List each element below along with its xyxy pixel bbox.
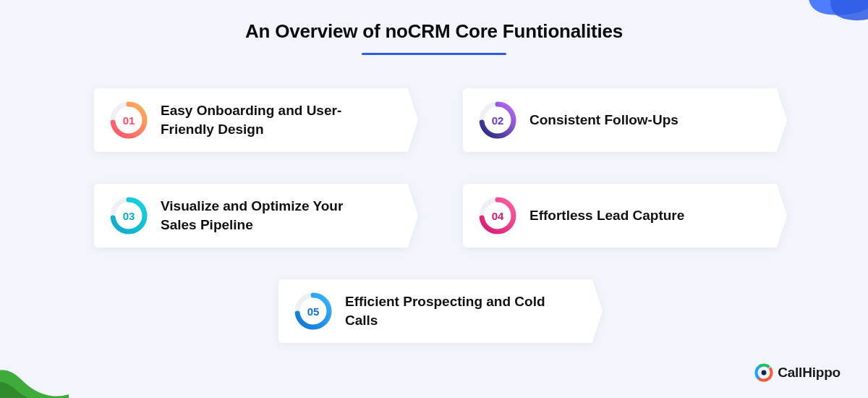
badge-03-number: 03	[109, 195, 149, 236]
brand-logo-icon	[754, 363, 773, 382]
feature-card-05: 05 Efficient Prospecting and Cold Calls	[278, 279, 590, 343]
feature-05-label: Efficient Prospecting and Cold Calls	[345, 292, 563, 329]
badge-02-icon: 02	[477, 100, 518, 140]
features-grid: 01 Easy Onboarding and User-Friendly Des…	[0, 88, 868, 343]
badge-01-number: 01	[109, 100, 149, 140]
feature-04-label: Effortless Lead Capture	[529, 206, 684, 225]
page-title: An Overview of noCRM Core Funtionalities	[0, 20, 868, 43]
decoration-bottom-left	[0, 344, 69, 398]
badge-05-icon: 05	[293, 291, 333, 331]
feature-card-04: 04 Effortless Lead Capture	[463, 184, 774, 247]
badge-05-number: 05	[293, 291, 333, 331]
feature-02-label: Consistent Follow-Ups	[529, 111, 678, 130]
svg-point-13	[762, 371, 767, 376]
badge-01-icon: 01	[109, 100, 149, 140]
feature-card-01: 01 Easy Onboarding and User-Friendly Des…	[94, 88, 405, 152]
feature-01-label: Easy Onboarding and User-Friendly Design	[161, 101, 379, 138]
feature-card-03: 03 Visualize and Optimize Your Sales Pip…	[94, 184, 405, 247]
badge-04-number: 04	[477, 195, 518, 236]
brand-name: CallHippo	[778, 365, 841, 381]
badge-03-icon: 03	[109, 195, 149, 236]
badge-02-number: 02	[477, 100, 518, 140]
feature-card-02: 02 Consistent Follow-Ups	[463, 88, 774, 152]
feature-03-label: Visualize and Optimize Your Sales Pipeli…	[161, 197, 379, 234]
badge-04-icon: 04	[477, 195, 518, 236]
title-underline	[362, 53, 506, 55]
brand: CallHippo	[754, 363, 841, 382]
